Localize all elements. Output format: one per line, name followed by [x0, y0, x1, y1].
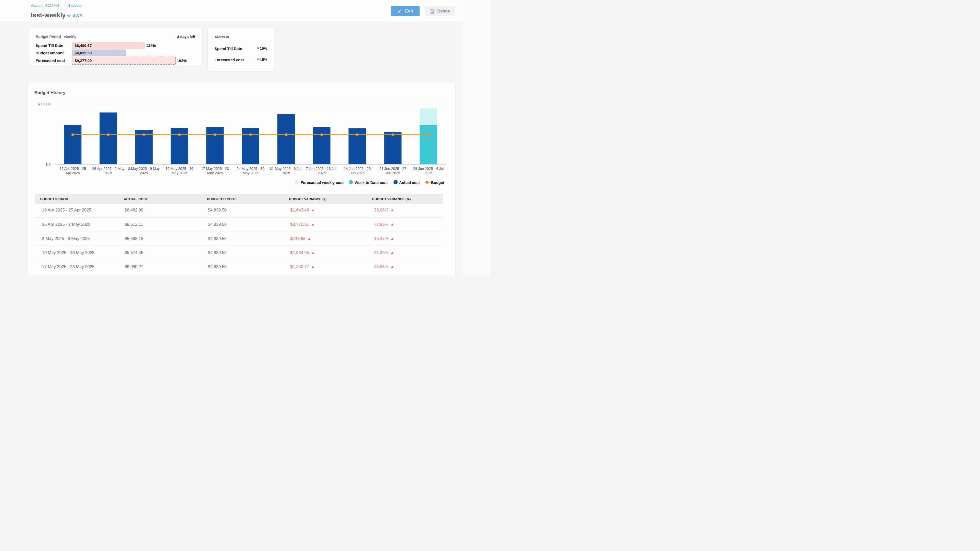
svg-text:26 Apr 2025 - 2 May2025: 26 Apr 2025 - 2 May2025 [92, 167, 124, 175]
svg-text:$ 0: $ 0 [45, 162, 51, 166]
svg-text:19 Apr 2025 - 25Apr 2025: 19 Apr 2025 - 25Apr 2025 [59, 167, 86, 175]
svg-text:31 May 2025 - 6 Jun2025: 31 May 2025 - 6 Jun2025 [270, 167, 302, 175]
svg-text:21 Jun 2025 - 27Jun 2025: 21 Jun 2025 - 27Jun 2025 [379, 167, 406, 175]
svg-text:14 Jun 2025 - 20Jun 2025: 14 Jun 2025 - 20Jun 2025 [344, 167, 371, 175]
svg-text:7 Jun 2025 - 13 Jun2025: 7 Jun 2025 - 13 Jun2025 [306, 167, 337, 175]
svg-text:$ 10000: $ 10000 [38, 102, 51, 106]
svg-text:24 May 2025 - 30May 2025: 24 May 2025 - 30May 2025 [237, 167, 264, 175]
svg-text:10 May 2025 - 16May 2025: 10 May 2025 - 16May 2025 [165, 167, 193, 175]
svg-text:28 Jun 2025 - 4 Jul2025: 28 Jun 2025 - 4 Jul2025 [413, 167, 443, 175]
svg-text:17 May 2025 - 23May 2025: 17 May 2025 - 23May 2025 [201, 167, 229, 175]
svg-text:3 May 2025 - 9 May2025: 3 May 2025 - 9 May2025 [128, 167, 159, 175]
